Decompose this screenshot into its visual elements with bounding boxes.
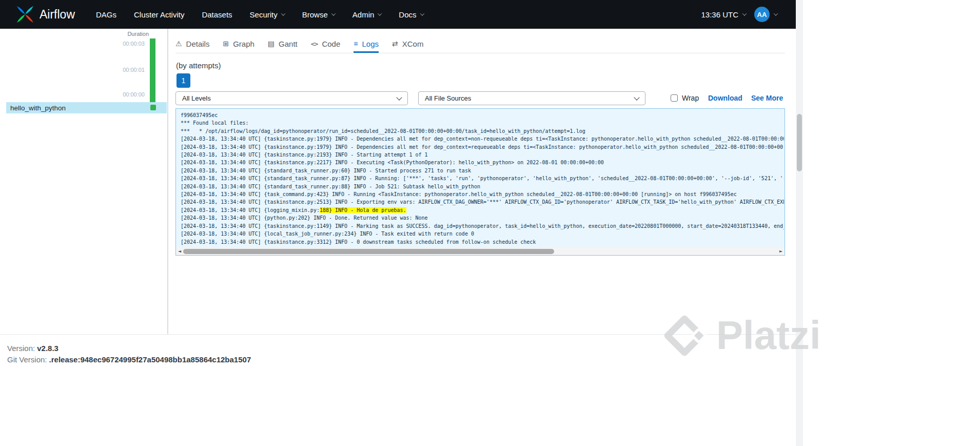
chevron-down-icon (774, 11, 778, 15)
log-level-value: All Levels (182, 94, 211, 102)
file-source-value: All File Sources (425, 94, 471, 102)
log-line: *** Found local files: (181, 119, 784, 127)
duration-axis: 00:00:0300:00:0100:00:00 (0, 29, 146, 131)
log-line: [2024-03-18, 13:34:40 UTC] {standard_tas… (181, 167, 784, 174)
tab-logs[interactable]: ≡Logs (354, 36, 379, 53)
nav-item-dags[interactable]: DAGs (87, 0, 125, 29)
tab-xcom[interactable]: ⇄XCom (392, 36, 423, 53)
horizontal-scroll-track[interactable] (183, 248, 777, 255)
log-level-select[interactable]: All Levels (175, 91, 408, 105)
log-line: [2024-03-18, 13:34:40 UTC] {taskinstance… (181, 222, 784, 230)
duration-tick: 00:00:03 (123, 41, 145, 47)
file-source-select[interactable]: All File Sources (418, 91, 645, 105)
chevron-down-icon (281, 11, 285, 15)
log-line: f996037495ec (181, 111, 784, 119)
nav-item-label: Datasets (202, 10, 232, 19)
git-version-label: Git Version: (7, 355, 47, 364)
horizontal-scroll-thumb[interactable] (183, 249, 554, 254)
log-horizontal-scrollbar[interactable]: ◄ ► (176, 248, 785, 255)
log-line: [2024-03-18, 13:34:40 UTC] {local_task_j… (181, 230, 784, 238)
log-search-highlight: 188} INFO - Hola de pruebas. (320, 207, 406, 213)
airflow-brand[interactable]: Airflow (15, 5, 75, 24)
attempt-1-button[interactable]: 1 (177, 73, 190, 88)
nav-item-label: Cluster Activity (134, 10, 184, 19)
tab-label: Gantt (279, 40, 298, 48)
version-value: v2.8.3 (37, 344, 58, 353)
download-link[interactable]: Download (708, 94, 742, 102)
nav-item-label: Admin (352, 10, 375, 19)
nav-item-label: Docs (399, 10, 416, 19)
tab-bar: ⚠Details⊞Graph▤Gantt<>Code≡Logs⇄XCom (175, 36, 785, 53)
tab-details[interactable]: ⚠Details (175, 36, 209, 53)
log-line: [2024-03-18, 13:34:40 UTC] {taskinstance… (181, 135, 784, 143)
tab-label: Logs (362, 40, 379, 48)
tab-label: XCom (402, 40, 424, 48)
chevron-down-icon (396, 94, 402, 100)
version-row: Version:v2.8.3 (7, 344, 58, 353)
tab-label: Graph (233, 40, 254, 48)
chevron-down-icon (378, 11, 382, 15)
navbar-right: 13:36 UTC AA (701, 7, 777, 22)
log-line: [2024-03-18, 13:34:40 UTC] {logging_mixi… (181, 206, 784, 214)
duration-tick: 00:00:00 (123, 91, 145, 98)
duration-tick: 00:00:01 (123, 67, 145, 73)
xcom-arrows-icon: ⇄ (392, 40, 398, 47)
chevron-down-icon (742, 11, 747, 15)
tab-code[interactable]: <>Code (311, 36, 341, 53)
wrap-checkbox[interactable] (671, 94, 678, 102)
tab-gantt[interactable]: ▤Gantt (268, 36, 298, 53)
log-content: f996037495ec*** Found local files:*** * … (181, 111, 784, 247)
log-viewer: f996037495ec*** Found local files:*** * … (175, 108, 785, 256)
by-attempts-label: (by attempts) (176, 61, 221, 70)
log-line: [2024-03-18, 13:34:40 UTC] {taskinstance… (181, 159, 784, 166)
details-warning-icon: ⚠ (175, 40, 182, 47)
task-status-square[interactable] (150, 105, 156, 110)
nav-item-docs[interactable]: Docs (390, 0, 432, 29)
log-line: [2024-03-18, 13:34:40 UTC] {taskinstance… (181, 198, 784, 206)
page-vertical-scrollbar[interactable] (796, 0, 803, 446)
duration-bar[interactable] (150, 38, 155, 103)
log-line: [2024-03-18, 13:34:40 UTC] {taskinstance… (181, 238, 784, 246)
tab-label: Details (186, 40, 210, 48)
scroll-right-arrow-icon[interactable]: ► (777, 248, 785, 255)
logs-list-icon: ≡ (354, 40, 358, 47)
chevron-down-icon (331, 11, 336, 15)
user-menu[interactable]: AA (754, 7, 777, 22)
page-footer: Version:v2.8.3 Git Version:.release:948e… (0, 334, 796, 446)
wrap-label: Wrap (682, 94, 699, 102)
nav-item-cluster-activity[interactable]: Cluster Activity (125, 0, 193, 29)
chevron-down-icon (634, 94, 639, 100)
tab-label: Code (322, 40, 340, 48)
vertical-scroll-thumb[interactable] (797, 114, 802, 171)
user-avatar: AA (754, 7, 770, 22)
log-line: [2024-03-18, 13:34:40 UTC] {taskinstance… (181, 143, 784, 151)
see-more-link[interactable]: See More (751, 94, 783, 102)
screenshot-canvas: Airflow DAGsCluster ActivityDatasetsSecu… (0, 0, 980, 446)
tab-graph[interactable]: ⊞Graph (223, 36, 254, 53)
grid-sidebar: Duration 00:00:0300:00:0100:00:00 hello_… (0, 29, 167, 334)
git-version-row: Git Version:.release:948ec96724995f27a50… (7, 355, 251, 364)
nav-item-datasets[interactable]: Datasets (193, 0, 241, 29)
airflow-logo-icon (15, 5, 35, 24)
nav-item-admin[interactable]: Admin (344, 0, 390, 29)
brand-name: Airflow (40, 8, 75, 22)
graph-icon: ⊞ (223, 40, 229, 47)
git-version-value: .release:948ec96724995f27a50498bb1a85864… (49, 355, 251, 364)
nav-item-browse[interactable]: Browse (293, 0, 344, 29)
scroll-left-arrow-icon[interactable]: ◄ (176, 248, 183, 255)
nav-item-label: Browse (302, 10, 328, 19)
log-line: [2024-03-18, 13:34:40 UTC] {standard_tas… (181, 174, 784, 182)
utc-clock: 13:36 UTC (701, 10, 738, 19)
task-row-hello-with-python[interactable]: hello_with_python (6, 102, 167, 113)
version-label: Version: (7, 344, 35, 353)
utc-clock-menu[interactable]: 13:36 UTC (701, 10, 746, 19)
gantt-chart-icon: ▤ (268, 40, 275, 47)
nav-item-security[interactable]: Security (241, 0, 293, 29)
nav-item-label: Security (250, 10, 278, 19)
log-line: *** * /opt/airflow/logs/dag_id=pythonope… (181, 127, 784, 135)
task-name: hello_with_python (10, 104, 66, 112)
main-nav: DAGsCluster ActivityDatasetsSecurityBrow… (87, 0, 433, 29)
log-line: [2024-03-18, 13:34:40 UTC] {task_command… (181, 190, 784, 198)
panel-resize-handle[interactable] (167, 29, 168, 334)
wrap-control: Wrap (671, 94, 699, 102)
